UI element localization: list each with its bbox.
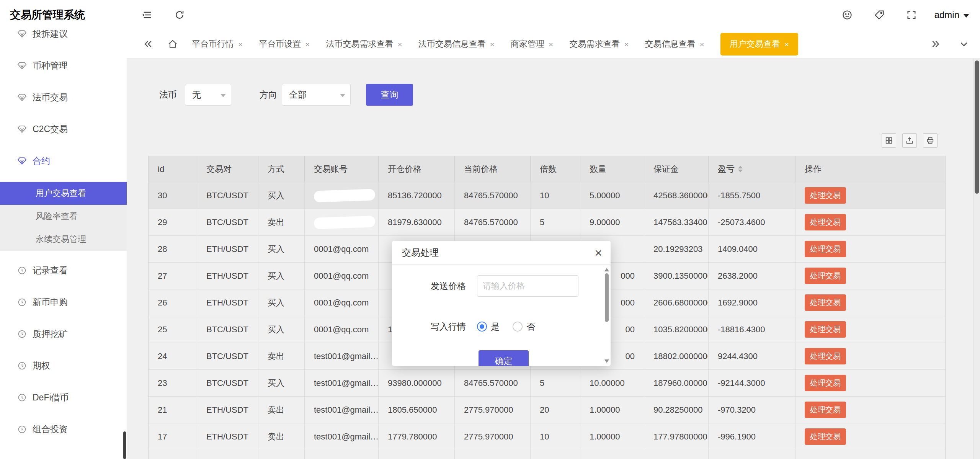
circle-menu-icon bbox=[17, 266, 27, 276]
cell-open_price: 1805.650000 bbox=[379, 397, 455, 423]
cell-amount: 9.00000 bbox=[580, 209, 644, 235]
sidebar-item-永续交易管理[interactable]: 永续交易管理 bbox=[0, 228, 127, 251]
direction-select[interactable]: 全部 bbox=[282, 84, 351, 106]
redaction-mask bbox=[314, 216, 376, 229]
tabs-back-icon[interactable] bbox=[140, 36, 157, 52]
handle-trade-button[interactable]: 处理交易 bbox=[805, 187, 846, 204]
cell-action: 处理交易 bbox=[795, 263, 945, 289]
modal-scrollbar-thumb[interactable] bbox=[605, 273, 609, 322]
sidebar-item-期权[interactable]: 期权 bbox=[0, 350, 127, 382]
price-input[interactable] bbox=[477, 275, 578, 297]
sidebar-scrollbar-thumb[interactable] bbox=[123, 431, 126, 459]
tab-法币交易信息查看[interactable]: 法币交易信息查看× bbox=[418, 38, 495, 50]
export-icon[interactable] bbox=[902, 133, 917, 148]
cell-id: 26 bbox=[149, 289, 197, 316]
handle-trade-button[interactable]: 处理交易 bbox=[805, 321, 846, 338]
handle-trade-button[interactable]: 处理交易 bbox=[805, 241, 846, 257]
cell-pair: ETH/USDT bbox=[197, 423, 258, 450]
sidebar-item-新币申购[interactable]: 新币申购 bbox=[0, 286, 127, 318]
modal-body: 发送价格 写入行情 是 否 确定 bbox=[392, 265, 611, 366]
cell-leverage: 10 bbox=[531, 182, 580, 209]
radio-no[interactable]: 否 bbox=[513, 321, 535, 333]
confirm-button[interactable]: 确定 bbox=[479, 350, 529, 366]
tab-close-icon[interactable]: × bbox=[305, 40, 310, 48]
cell-pair: BTC/USDT bbox=[197, 343, 258, 369]
modal-scrollbar[interactable] bbox=[604, 266, 609, 365]
cell-margin: 18802.00000000 bbox=[644, 343, 709, 369]
tab-label: 平台币设置 bbox=[259, 38, 301, 50]
handle-trade-button[interactable]: 处理交易 bbox=[805, 375, 846, 391]
tab-法币交易需求查看[interactable]: 法币交易需求查看× bbox=[326, 38, 402, 50]
tab-close-icon[interactable]: × bbox=[398, 40, 402, 48]
table-header-row: id交易对方式交易账号开仓价格当前价格倍数数量保证金盈亏操作 bbox=[149, 156, 945, 182]
sidebar-item-C2C交易[interactable]: C2C交易 bbox=[0, 113, 127, 145]
write-market-label: 写入行情 bbox=[392, 321, 466, 333]
scroll-down-icon[interactable] bbox=[604, 359, 609, 365]
tab-label: 用户交易查看 bbox=[730, 38, 780, 50]
cell-pair: BTC/USDT bbox=[197, 182, 258, 209]
page-scrollbar[interactable] bbox=[973, 59, 980, 459]
face-icon[interactable] bbox=[838, 6, 856, 24]
scroll-up-icon[interactable] bbox=[604, 266, 609, 271]
sidebar-item-合约[interactable]: 合约 bbox=[0, 145, 127, 177]
caret-down-icon bbox=[963, 14, 969, 18]
sidebar-item-记录查看[interactable]: 记录查看 bbox=[0, 255, 127, 286]
print-icon[interactable] bbox=[923, 133, 938, 148]
tab-close-icon[interactable]: × bbox=[549, 40, 553, 48]
handle-trade-button[interactable]: 处理交易 bbox=[805, 214, 846, 230]
cell-action: 处理交易 bbox=[795, 370, 945, 396]
handle-trade-button[interactable]: 处理交易 bbox=[805, 402, 846, 418]
page-scrollbar-thumb[interactable] bbox=[975, 60, 979, 194]
currency-select-value: 无 bbox=[192, 89, 201, 101]
radio-yes[interactable]: 是 bbox=[477, 321, 500, 333]
tab-close-icon[interactable]: × bbox=[624, 40, 629, 48]
sidebar-item-投拆建议[interactable]: 投拆建议 bbox=[0, 30, 127, 50]
radio-no-label: 否 bbox=[526, 321, 535, 333]
collapse-menu-icon[interactable] bbox=[138, 6, 157, 24]
sidebar-item-用户交易查看[interactable]: 用户交易查看 bbox=[0, 182, 127, 205]
circle-menu-icon bbox=[17, 297, 27, 307]
cell-side: 买入 bbox=[258, 316, 305, 343]
cell-account: 0001@qq.com bbox=[305, 289, 379, 316]
cell-cur_price: 2775.970000 bbox=[455, 397, 531, 423]
tab-close-icon[interactable]: × bbox=[784, 40, 789, 48]
refresh-icon[interactable] bbox=[170, 6, 189, 24]
column-header-pnl[interactable]: 盈亏 bbox=[709, 156, 795, 182]
tab-商家管理[interactable]: 商家管理× bbox=[511, 38, 553, 50]
sidebar-item-币种管理[interactable]: 币种管理 bbox=[0, 50, 127, 82]
tabs-menu-chevron-icon[interactable] bbox=[956, 36, 972, 52]
tab-close-icon[interactable]: × bbox=[490, 40, 495, 48]
cell-margin: 187960.00000… bbox=[644, 370, 709, 396]
handle-trade-button[interactable]: 处理交易 bbox=[805, 268, 846, 284]
tab-平台币行情[interactable]: 平台币行情× bbox=[192, 38, 243, 50]
tab-close-icon[interactable]: × bbox=[700, 40, 704, 48]
cell-side: 买入 bbox=[258, 236, 305, 262]
tab-平台币设置[interactable]: 平台币设置× bbox=[259, 38, 310, 50]
currency-select[interactable]: 无 bbox=[185, 84, 231, 106]
tag-icon[interactable] bbox=[870, 6, 889, 24]
cell-id: 24 bbox=[149, 343, 197, 369]
handle-trade-button[interactable]: 处理交易 bbox=[805, 294, 846, 311]
cell-margin: 90.28250000 bbox=[644, 397, 709, 423]
home-icon[interactable] bbox=[164, 36, 181, 52]
tab-用户交易查看[interactable]: 用户交易查看× bbox=[720, 33, 798, 56]
sidebar-item-风险率查看[interactable]: 风险率查看 bbox=[0, 205, 127, 228]
close-icon[interactable]: × bbox=[595, 246, 602, 259]
table-row: 30BTC/USDT买入85136.72000084765.570000105.… bbox=[149, 182, 945, 209]
grid-icon[interactable] bbox=[882, 133, 896, 148]
sidebar-item-质押挖矿[interactable]: 质押挖矿 bbox=[0, 318, 127, 350]
sidebar-item-组合投资[interactable]: 组合投资 bbox=[0, 413, 127, 445]
tab-交易需求查看[interactable]: 交易需求查看× bbox=[569, 38, 629, 50]
tab-交易信息查看[interactable]: 交易信息查看× bbox=[645, 38, 704, 50]
handle-trade-button[interactable]: 处理交易 bbox=[805, 348, 846, 364]
tab-close-icon[interactable]: × bbox=[238, 40, 243, 48]
sort-icon[interactable] bbox=[738, 166, 743, 172]
sidebar-item-DeFi借币[interactable]: DeFi借币 bbox=[0, 382, 127, 413]
cell-open_price bbox=[379, 450, 455, 459]
search-button[interactable]: 查询 bbox=[366, 84, 413, 106]
handle-trade-button[interactable]: 处理交易 bbox=[805, 428, 846, 445]
sidebar-item-法币交易[interactable]: 法币交易 bbox=[0, 82, 127, 113]
user-menu[interactable]: admin bbox=[934, 10, 969, 20]
tabs-forward-icon[interactable] bbox=[927, 36, 944, 52]
fullscreen-icon[interactable] bbox=[902, 6, 921, 24]
